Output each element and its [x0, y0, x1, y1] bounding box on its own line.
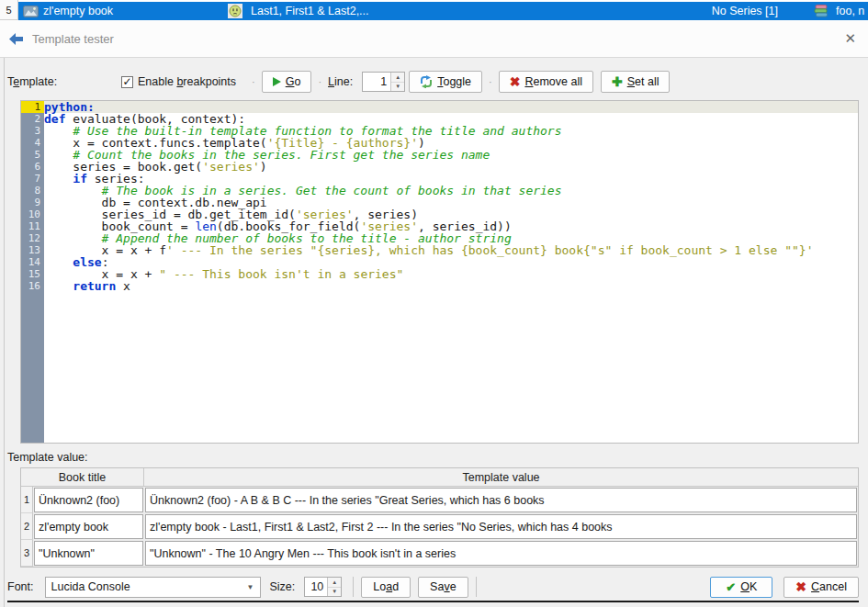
- save-button[interactable]: Save: [418, 577, 468, 598]
- line-number[interactable]: 11: [21, 220, 44, 232]
- code-text[interactable]: x = x + f' --- In the series "{series}, …: [44, 244, 858, 256]
- size-value[interactable]: 10: [305, 578, 327, 596]
- spin-down-icon[interactable]: ▼: [328, 588, 341, 597]
- code-text[interactable]: series = book.get('series'): [44, 161, 858, 173]
- toolbar-separator: ·: [252, 76, 255, 87]
- checkbox-box[interactable]: ✓: [121, 76, 133, 88]
- line-spinbox[interactable]: 1 ▲▼: [362, 72, 405, 92]
- toolbar-separator: ·: [318, 76, 321, 87]
- code-line[interactable]: 15 x = x + " --- This book isn't in a se…: [21, 268, 858, 280]
- code-editor[interactable]: 1python:2def evaluate(book, context):3 #…: [20, 100, 859, 444]
- size-label: Size:: [270, 580, 296, 593]
- font-value: Lucida Console: [51, 580, 247, 593]
- font-label: Font:: [7, 580, 34, 593]
- set-all-button[interactable]: ✚ Set all: [601, 71, 670, 93]
- column-header-template-value[interactable]: Template value: [144, 468, 858, 486]
- spin-up-icon[interactable]: ▲: [391, 73, 404, 83]
- book-title-cell[interactable]: zl'empty book: [34, 514, 143, 539]
- chevron-down-icon: ▼: [247, 583, 254, 591]
- line-number[interactable]: 1: [21, 101, 44, 113]
- line-label: Line:: [328, 75, 353, 88]
- toolbar-separator: ·: [489, 76, 492, 87]
- line-number[interactable]: 3: [21, 125, 44, 137]
- size-spinbox[interactable]: 10 ▲▼: [304, 577, 342, 597]
- cancel-button[interactable]: ✖ Cancel: [783, 577, 859, 598]
- row-number: 3: [21, 540, 33, 567]
- table-row[interactable]: 1Ünknown2 (foo)Ünknown2 (foo) - A B & B …: [21, 487, 858, 513]
- table-header: Book title Template value: [21, 468, 858, 487]
- line-number[interactable]: 6: [21, 161, 44, 173]
- template-value-label: Template value:: [7, 451, 859, 464]
- row-number: 1: [21, 487, 33, 513]
- panel-left-border: [4, 58, 5, 607]
- remove-all-button[interactable]: ✖ Remove all: [499, 71, 593, 93]
- font-combobox[interactable]: Lucida Console ▼: [45, 577, 261, 598]
- line-number[interactable]: 4: [21, 137, 44, 149]
- table-row[interactable]: 2zl'empty bookzl'empty book - Last1, Fir…: [21, 513, 858, 540]
- line-value[interactable]: 1: [363, 73, 390, 91]
- template-toolbar: Template: ✓ Enable breakpoints · Go · Li…: [7, 69, 859, 95]
- book-authors-cell[interactable]: Last1, First1 & Last2,...: [247, 5, 712, 17]
- template-label: Template:: [7, 75, 116, 88]
- spin-down-icon[interactable]: ▼: [391, 83, 404, 92]
- go-button[interactable]: Go: [262, 71, 312, 93]
- line-number[interactable]: 15: [21, 268, 44, 280]
- line-number[interactable]: 2: [21, 113, 44, 125]
- green-plus-icon: ✚: [612, 74, 623, 89]
- enable-breakpoints-label[interactable]: Enable breakpoints: [138, 75, 236, 88]
- template-value-cell[interactable]: "Unknown" - The 10 Angry Men --- This bo…: [145, 541, 857, 566]
- dialog-header: Template tester ✕: [0, 20, 868, 58]
- enable-breakpoints-checkbox[interactable]: ✓ Enable breakpoints: [121, 75, 236, 88]
- code-line[interactable]: 13 x = x + f' --- In the series "{series…: [21, 244, 858, 256]
- back-arrow-icon[interactable]: [9, 33, 23, 45]
- red-x-icon: ✖: [795, 579, 806, 594]
- row-number: 2: [21, 513, 33, 540]
- green-check-icon: ✔: [726, 580, 736, 594]
- close-icon[interactable]: ✕: [841, 30, 859, 47]
- table-row[interactable]: 3"Unknown""Unknown" - The 10 Angry Men -…: [21, 540, 858, 567]
- books-stack-icon: [814, 5, 829, 17]
- cover-image-icon: [23, 6, 39, 17]
- template-value-table: Book title Template value 1Ünknown2 (foo…: [20, 467, 859, 568]
- code-text[interactable]: return x: [44, 280, 858, 292]
- book-tags-cell[interactable]: foo, n: [833, 5, 868, 17]
- line-number[interactable]: 16: [21, 280, 44, 292]
- line-number[interactable]: 13: [21, 244, 44, 256]
- code-line[interactable]: 6 series = book.get('series'): [21, 161, 858, 173]
- bottom-bar: Font: Lucida Console ▼ Size: 10 ▲▼ Load …: [7, 576, 859, 598]
- line-number[interactable]: 7: [21, 173, 44, 185]
- code-text[interactable]: x = x + " --- This book isn't in a serie…: [44, 268, 858, 280]
- book-title-cell[interactable]: "Unknown": [34, 541, 143, 566]
- template-value-cell[interactable]: Ünknown2 (foo) - A B & B C --- In the se…: [145, 488, 857, 512]
- row-number-cell: 5: [0, 0, 18, 20]
- spin-buttons[interactable]: ▲▼: [390, 73, 404, 91]
- smiley-icon: [228, 4, 242, 18]
- red-x-icon: ✖: [510, 74, 521, 89]
- toggle-button[interactable]: Toggle: [409, 71, 482, 93]
- load-button[interactable]: Load: [361, 577, 411, 598]
- line-number[interactable]: 12: [21, 232, 44, 244]
- line-number[interactable]: 14: [21, 256, 44, 268]
- line-number[interactable]: 8: [21, 185, 44, 197]
- line-number[interactable]: 9: [21, 197, 44, 208]
- template-value-cell[interactable]: zl'empty book - Last1, First1 & Last2, F…: [145, 514, 857, 539]
- line-number[interactable]: 5: [21, 149, 44, 161]
- separator: [476, 577, 477, 597]
- toggle-breakpoint-icon: [420, 75, 433, 88]
- book-title-cell[interactable]: Ünknown2 (foo): [34, 488, 143, 512]
- spin-up-icon[interactable]: ▲: [328, 578, 341, 588]
- dialog-title: Template tester: [32, 32, 841, 46]
- dialog-body: Template: ✓ Enable breakpoints · Go · Li…: [0, 58, 868, 607]
- book-series-cell[interactable]: No Series [1]: [712, 5, 778, 17]
- book-title-cell[interactable]: zl'empty book: [43, 5, 223, 17]
- column-header-book-title[interactable]: Book title: [21, 468, 144, 486]
- bottom-divider: [7, 601, 859, 602]
- play-icon: [273, 77, 281, 86]
- code-line[interactable]: 16 return x: [21, 280, 858, 292]
- ok-button[interactable]: ✔ OK: [710, 577, 772, 598]
- booklist-selected-row[interactable]: 5 zl'empty book Last1, First1 & Last2,..…: [0, 2, 868, 20]
- line-number[interactable]: 10: [21, 208, 44, 220]
- spin-buttons[interactable]: ▲▼: [327, 578, 341, 596]
- separator: [353, 577, 354, 597]
